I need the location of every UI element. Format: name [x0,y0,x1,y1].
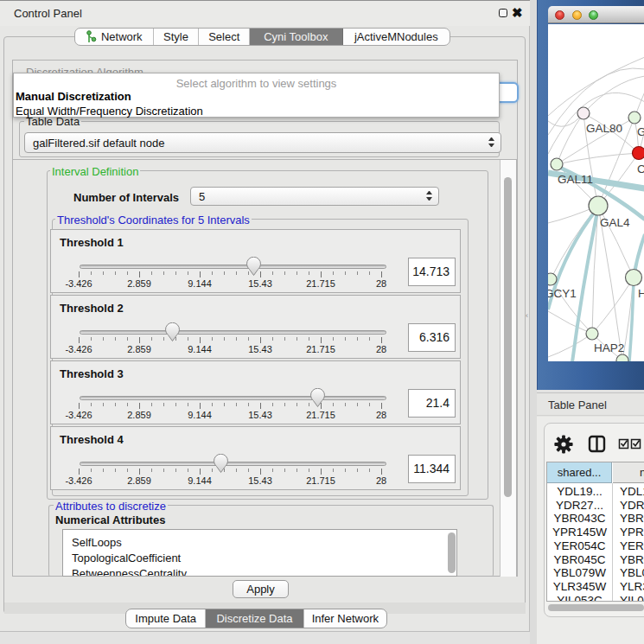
svg-text:GA: GA [637,125,644,138]
svg-text:HAP2: HAP2 [594,341,624,354]
svg-text:GAL4: GAL4 [600,216,630,229]
svg-text:GAL80: GAL80 [586,122,622,135]
svg-text:GAL11: GAL11 [558,173,593,186]
svg-text:C: C [637,163,644,175]
svg-text:GCY1: GCY1 [548,287,577,300]
svg-text:H: H [638,287,644,300]
